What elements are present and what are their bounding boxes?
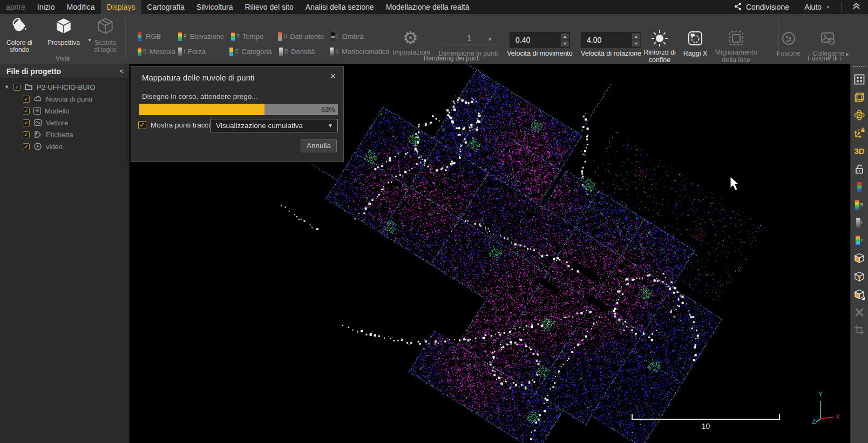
video-icon <box>33 142 42 151</box>
chevron-down-icon[interactable]: ▼ <box>487 37 492 42</box>
light-enhance-icon <box>728 39 744 48</box>
group-label-vista: Vista <box>0 55 125 62</box>
user-data-icon <box>278 32 282 41</box>
tree-item-label-layer[interactable]: ✓ Etichetta <box>0 129 129 140</box>
toggle-ombra[interactable]: LOmbra <box>331 32 363 41</box>
spin-up-icon[interactable]: ▲ <box>632 33 641 40</box>
lock-button[interactable] <box>853 163 866 176</box>
xray-icon <box>687 39 703 48</box>
tree-item-point-cloud[interactable]: ✓ Nuvola di punti <box>0 93 129 105</box>
collapse-ribbon-button[interactable] <box>845 2 868 12</box>
tree-item-model[interactable]: ✓ ✳ Modello <box>0 105 129 117</box>
menu-tab-modifica[interactable]: Modifica <box>60 0 100 14</box>
dropdown-value: Visualizzazione cumulativa <box>211 122 328 130</box>
mouse-cursor <box>730 176 741 191</box>
tree-checkbox[interactable]: ✓ <box>23 119 30 126</box>
spin-down-icon[interactable]: ▼ <box>560 40 569 47</box>
perspective-button[interactable]: Prospettiva <box>41 16 86 46</box>
menu-tab-modellazione-della-realta[interactable]: Modellazione della realtà <box>380 0 476 14</box>
menu-tab-silvicoltura[interactable]: Silvicoltura <box>191 0 239 14</box>
move-speed-value[interactable]: 0.40 <box>510 36 560 44</box>
clip-box-button[interactable]: Scatoladi taglio <box>86 16 124 53</box>
menu-tab-inizio[interactable]: Inizio <box>31 0 61 14</box>
help-menu[interactable]: Aiuto ▼ <box>797 3 838 11</box>
show-track-points-row: ✓ Mostra punti traccia <box>138 121 214 129</box>
cross-section-button[interactable] <box>853 306 866 319</box>
fusion-button[interactable] <box>781 30 797 49</box>
tag-icon <box>33 130 42 139</box>
tree-checkbox[interactable]: ✓ <box>13 84 21 91</box>
tree-checkbox[interactable]: ✓ <box>23 96 30 103</box>
tree-item-root[interactable]: ▼ ✓ P2-UFFICIO-BUIO <box>0 81 129 93</box>
toggle-label: Elevazione <box>190 32 225 41</box>
intensity-render-button[interactable]: I <box>853 216 866 229</box>
orbit-button[interactable] <box>853 109 866 122</box>
model-icon: ✳ <box>33 107 41 115</box>
3d-mode-button[interactable]: 3D <box>853 144 866 157</box>
rgb-render-button[interactable] <box>853 180 866 193</box>
toggle-rgb[interactable]: RGB <box>138 32 161 41</box>
clip-box-icon <box>96 28 115 37</box>
cancel-button[interactable]: Annulla <box>301 139 337 152</box>
visualization-mode-dropdown[interactable]: Visualizzazione cumulativa ▼ <box>210 119 338 132</box>
share-icon <box>734 2 742 12</box>
move-speed-spinbox[interactable]: 0.40 ▲▼ <box>510 32 570 48</box>
menu-tab-analisi-della-sezione[interactable]: Analisi della sezione <box>300 0 380 14</box>
toolbar-drag-handle[interactable] <box>853 66 866 67</box>
side-face-cube-button[interactable] <box>853 288 866 301</box>
toggle-label: Ombra <box>342 32 364 41</box>
panel-collapse-icon[interactable]: < <box>119 67 124 75</box>
inner-face-cube-icon <box>853 271 865 283</box>
boundary-enhance-button[interactable] <box>650 29 669 50</box>
fit-view-button[interactable] <box>853 73 866 86</box>
xray-button[interactable] <box>687 30 703 49</box>
paint-bucket-icon <box>10 28 29 37</box>
solid-cube-button[interactable] <box>853 252 866 265</box>
ortho-view-button[interactable] <box>853 91 866 104</box>
tree-expand-icon[interactable]: ▼ <box>4 84 10 90</box>
tree-checkbox[interactable]: ✓ <box>23 108 30 115</box>
toggle-tempo[interactable]: TTempo <box>231 32 263 41</box>
menu-tab-rilievo-del-sito[interactable]: Rilievo del sito <box>239 0 300 14</box>
time-icon <box>231 32 235 41</box>
crop-button[interactable] <box>853 324 866 337</box>
close-icon[interactable]: × <box>330 71 336 82</box>
toggle-dati-utente[interactable]: UDati utente <box>278 32 324 41</box>
scale-bar <box>632 415 780 420</box>
tree-item-video[interactable]: ✓ video <box>0 140 129 152</box>
double-chevron-icon <box>852 2 860 12</box>
menubar-separator <box>841 2 842 12</box>
show-track-points-checkbox[interactable]: ✓ <box>138 121 146 129</box>
rotation-speed-value[interactable]: 4.00 <box>581 36 632 44</box>
tree-item-label: Vettore <box>46 119 68 127</box>
tree-item-vector[interactable]: ✓ Vettore <box>0 117 129 129</box>
background-color-button[interactable]: Colore disfondo <box>0 16 39 53</box>
side-face-cube-icon <box>853 288 865 300</box>
spin-down-icon[interactable]: ▼ <box>632 40 641 47</box>
spin-up-icon[interactable]: ▲ <box>560 33 569 40</box>
svg-text:z: z <box>858 128 860 132</box>
project-panel-title: File di progetto <box>6 67 119 76</box>
inner-face-cube-button[interactable] <box>853 270 866 283</box>
menu-tab-aprire[interactable]: aprire <box>0 0 31 14</box>
settings-button[interactable]: ⚙ <box>403 29 418 46</box>
blend-render-button[interactable]: B <box>853 198 866 211</box>
share-button[interactable]: Condivisione <box>726 2 797 12</box>
elevation-icon <box>178 32 182 41</box>
light-enhance-button[interactable] <box>728 30 744 49</box>
tree-checkbox[interactable]: ✓ <box>23 143 30 150</box>
perspective-label: Prospettiva <box>48 39 80 46</box>
rgb-icon <box>857 182 862 192</box>
time-render-button[interactable]: T <box>853 234 866 247</box>
menu-tab-cartografia[interactable]: Cartografia <box>141 0 191 14</box>
axis-y-label: Y <box>818 391 823 398</box>
intensity-icon <box>856 218 860 227</box>
background-color-label: Colore di <box>6 39 32 46</box>
axis-lock-button[interactable]: z <box>853 126 866 139</box>
tree-checkbox[interactable]: ✓ <box>23 131 30 138</box>
toggle-elevazione[interactable]: EElevazione <box>178 32 224 41</box>
menu-tab-displays[interactable]: Displays <box>101 0 141 14</box>
folder-icon <box>24 83 33 91</box>
image-link-button[interactable] <box>820 30 836 49</box>
rotation-speed-spinbox[interactable]: 4.00 ▲▼ <box>581 32 641 48</box>
